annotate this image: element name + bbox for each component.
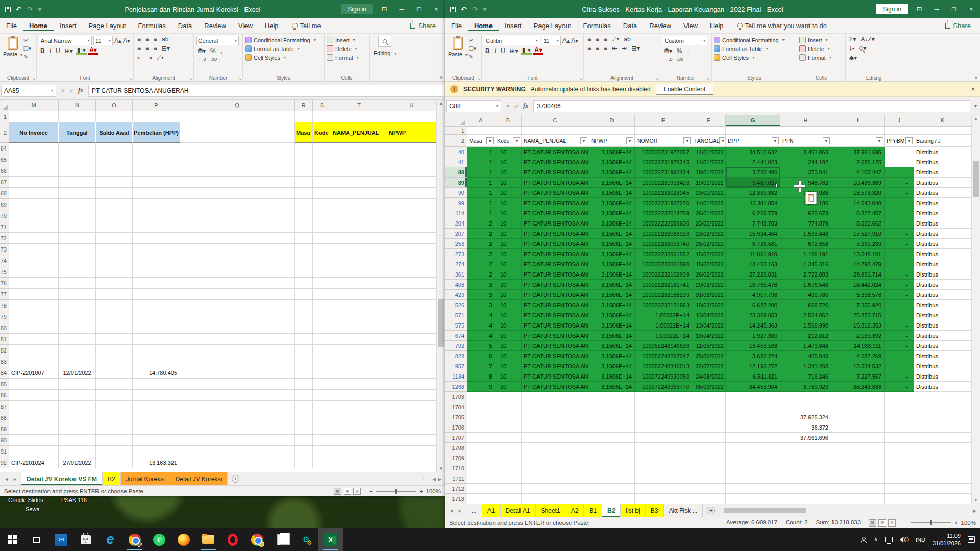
cell[interactable]: 15.934.464: [726, 229, 780, 239]
cell[interactable]: [726, 463, 780, 473]
cell[interactable]: [96, 233, 133, 244]
cell[interactable]: 3,1506E+14: [589, 229, 635, 239]
cell[interactable]: -: [885, 178, 914, 188]
cell[interactable]: [522, 412, 589, 422]
cell[interactable]: 25/06/2022: [692, 351, 726, 361]
cell[interactable]: [331, 188, 387, 199]
cell[interactable]: [133, 143, 180, 154]
spreadsheet-row[interactable]: 273 2 10 PT CATUR SENTOSA ANU 3,1506E+14…: [445, 249, 971, 259]
cell[interactable]: 36.372: [780, 422, 831, 433]
underline-button[interactable]: U: [499, 47, 507, 55]
cell[interactable]: Distribus: [914, 208, 971, 218]
cell[interactable]: 11.861.910: [726, 249, 780, 259]
excel-taskbar-icon[interactable]: X: [318, 528, 343, 551]
spreadsheet-row[interactable]: 88 1 10 PT CATUR SENTOSA ANU 3,1506E+14 …: [445, 167, 971, 178]
cell[interactable]: 23/02/2022: [692, 229, 726, 239]
ribbon-tab[interactable]: Insert: [499, 22, 528, 30]
spreadsheet-row[interactable]: 1708: [445, 443, 971, 453]
spreadsheet-row[interactable]: 114 1 10 PT CATUR SENTOSA ANU 3,1506E+14…: [445, 208, 971, 218]
row-header[interactable]: 1268: [445, 382, 467, 392]
row-header[interactable]: 92: [0, 457, 9, 468]
row-header[interactable]: 82: [0, 345, 9, 356]
row-header[interactable]: 1707: [445, 433, 467, 443]
cell[interactable]: [914, 473, 971, 484]
cell[interactable]: [885, 422, 914, 433]
share-button[interactable]: Share: [940, 21, 976, 31]
cell[interactable]: [133, 177, 180, 188]
wrap-text-icon[interactable]: ab: [160, 36, 170, 43]
cell[interactable]: 15/02/2022: [692, 259, 726, 269]
row-header[interactable]: 408: [445, 280, 467, 290]
cell[interactable]: [387, 177, 436, 188]
cell[interactable]: [780, 443, 831, 453]
cell[interactable]: [885, 463, 914, 473]
cell[interactable]: [59, 334, 96, 345]
cell[interactable]: [313, 322, 331, 334]
cell[interactable]: 10: [495, 351, 522, 361]
cell[interactable]: PT CATUR SENTOSA ANU: [522, 300, 589, 310]
cell[interactable]: 100022232086926: [635, 229, 692, 239]
cell[interactable]: [313, 367, 331, 379]
cell[interactable]: [522, 453, 589, 463]
cell[interactable]: -: [885, 382, 914, 392]
cell[interactable]: 13.534.532: [831, 361, 885, 371]
cell[interactable]: 2: [467, 259, 495, 269]
cell[interactable]: PT CATUR SENTOSA ANU: [522, 382, 589, 392]
desktop-icon-label[interactable]: Sewa: [26, 506, 40, 512]
cell[interactable]: 100072249930050: [635, 371, 692, 382]
cell[interactable]: [313, 446, 331, 457]
cell[interactable]: [295, 300, 313, 311]
cell[interactable]: [313, 412, 331, 423]
horizontal-scrollbar[interactable]: [723, 507, 965, 514]
spreadsheet-row[interactable]: 89 1 10 PT CATUR SENTOSA ANU 3,1506E+14 …: [445, 178, 971, 188]
cell[interactable]: Distribus: [914, 249, 971, 259]
spreadsheet-row[interactable]: 274 2 10 PT CATUR SENTOSA ANU 3,1506E+14…: [445, 259, 971, 269]
cell[interactable]: -: [885, 269, 914, 280]
cell[interactable]: 10: [495, 280, 522, 290]
cell[interactable]: 100022231978245: [635, 157, 692, 167]
cell[interactable]: [522, 443, 589, 453]
page-layout-view-icon[interactable]: ▤: [878, 519, 886, 527]
cell[interactable]: PT CATUR SENTOSA ANU: [522, 167, 589, 178]
cell[interactable]: -: [885, 198, 914, 208]
cell[interactable]: 14/01/2022: [692, 157, 726, 167]
cell[interactable]: [331, 322, 387, 334]
ribbon-tab[interactable]: View: [232, 22, 259, 30]
spreadsheet-row[interactable]: 408 3 10 PT CATUR SENTOSA ANU 3,1506E+14…: [445, 280, 971, 290]
cell[interactable]: 37.961.695: [831, 147, 885, 157]
row-header[interactable]: 87: [0, 401, 9, 412]
cell[interactable]: 3,1506E+14: [589, 147, 635, 157]
row-header[interactable]: 1134: [445, 371, 467, 382]
cell[interactable]: [467, 453, 495, 463]
row-header[interactable]: 90: [0, 435, 9, 446]
fx-icon[interactable]: fx: [78, 87, 83, 94]
sheet-tab[interactable]: Detail JV Koreksi VS FM: [21, 472, 103, 485]
ribbon-tab[interactable]: Page Layout: [83, 22, 132, 30]
cell[interactable]: [9, 154, 59, 165]
cell[interactable]: [313, 165, 331, 177]
cell[interactable]: Distribus: [914, 320, 971, 331]
undo-icon[interactable]: ↶: [461, 5, 467, 13]
cell[interactable]: 10: [495, 249, 522, 259]
cell[interactable]: 12/01/2022: [59, 367, 96, 379]
row-header[interactable]: 1708: [445, 443, 467, 453]
sheet-tab[interactable]: Detail JV Koreksi: [170, 472, 228, 485]
row-header[interactable]: 253: [445, 239, 467, 249]
conditional-formatting-button[interactable]: Conditional Formatting▾: [245, 37, 322, 43]
spreadsheet-row[interactable]: 86: [0, 390, 436, 401]
spreadsheet-row[interactable]: 253 2 10 PT CATUR SENTOSA ANU 3,1506E+14…: [445, 239, 971, 249]
cell[interactable]: [692, 443, 726, 453]
cell[interactable]: [313, 177, 331, 188]
spreadsheet-row[interactable]: 792 5 10 PT CATUR SENTOSA ANU 3,1506E+14…: [445, 341, 971, 351]
cell[interactable]: [780, 473, 831, 484]
cell[interactable]: 10: [495, 167, 522, 178]
cell[interactable]: PT CATUR SENTOSA ANU: [522, 147, 589, 157]
cell[interactable]: Distribus: [914, 341, 971, 351]
cell[interactable]: [692, 433, 726, 443]
page-break-view-icon[interactable]: ▥: [888, 519, 896, 527]
spreadsheet-row[interactable]: 204 2 10 PT CATUR SENTOSA ANU 3,1506E+14…: [445, 218, 971, 229]
spreadsheet-row[interactable]: 90: [0, 435, 436, 446]
cell[interactable]: PT CATUR SENTOSA ANU: [522, 351, 589, 361]
cell[interactable]: [295, 334, 313, 345]
cell[interactable]: [885, 494, 914, 504]
